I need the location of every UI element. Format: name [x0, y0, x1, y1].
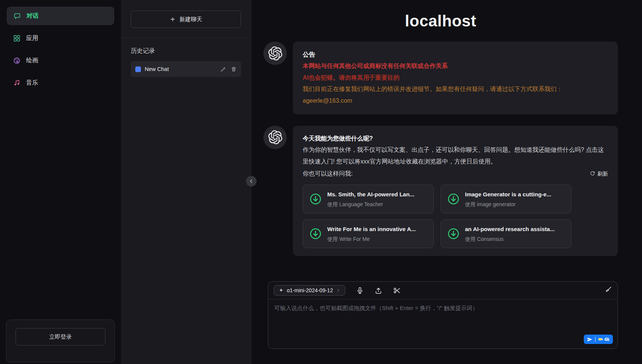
sidebar-item-label: 对话 [26, 12, 39, 20]
app-window: 对话 应用 绘画 [0, 0, 642, 364]
suggestion-text: Write For Me is an innovative A... 使用 Wr… [327, 225, 416, 242]
arrow-down-circle-icon [447, 193, 460, 205]
login-panel: 立即登录 [6, 319, 115, 362]
sidebar-nav: 对话 应用 绘画 [7, 7, 114, 92]
refresh-icon [590, 171, 595, 176]
notice-line-3: 我们目前正在修复我们网站上的错误并改进细节。如果您有任何疑问，请通过以下方式联系… [303, 83, 608, 95]
new-chat-button[interactable]: 新建聊天 [131, 11, 241, 28]
token-label: 4k [604, 337, 610, 342]
chat-title: New Chat [145, 66, 217, 72]
history-header: 历史记录 [131, 47, 241, 55]
message-bubble: 公告 本网站与任何其他公司或商标没有任何关联或合作关系 AI也会犯错。请勿将其用… [293, 42, 618, 114]
microphone-icon[interactable] [356, 287, 364, 295]
suggestion-card[interactable]: Write For Me is an innovative A... 使用 Wr… [303, 219, 434, 248]
sidebar: 对话 应用 绘画 [0, 0, 121, 364]
token-counter: 4k [598, 337, 610, 342]
suggestion-grid: Ms. Smith, the AI-powered Lan... 使用 Lang… [303, 185, 571, 248]
assistant-avatar [263, 42, 287, 65]
openai-logo-icon [268, 46, 282, 60]
composer-toolbar: o1-mini-2024-09-12 [268, 282, 617, 299]
suggestion-title: Ms. Smith, the AI-powered Lan... [327, 191, 414, 198]
suggestion-card[interactable]: Ms. Smith, the AI-powered Lan... 使用 Lang… [303, 185, 434, 213]
scissors-icon[interactable] [393, 287, 401, 295]
ask-label: 你也可以这样问我: [303, 168, 353, 179]
model-selector[interactable]: o1-mini-2024-09-12 [274, 285, 345, 296]
suggestion-subtitle: 使用 Language Teacher [327, 201, 414, 208]
welcome-title: 今天我能为您做些什么呢? [303, 133, 608, 144]
sidebar-item-label: 应用 [26, 34, 38, 42]
music-note-icon [13, 79, 21, 87]
suggestion-card[interactable]: an AI-powered research assista... 使用 Con… [441, 219, 572, 248]
refresh-suggestions-button[interactable]: 刷新 [590, 169, 608, 179]
palette-icon [13, 57, 21, 65]
clear-context-brush-icon [604, 286, 612, 294]
chat-main: localhost 公告 本网站与任何其他公司或商标没有任何关联或合作关系 AI… [251, 0, 642, 364]
suggestion-card[interactable]: Image Generator is a cutting-e... 使用 ima… [441, 185, 572, 213]
model-name: o1-mini-2024-09-12 [287, 287, 333, 293]
suggestion-title: Image Generator is a cutting-e... [465, 191, 551, 198]
divider [595, 337, 596, 342]
assistant-avatar [263, 126, 287, 149]
suggestion-subtitle: 使用 Write For Me [327, 236, 416, 242]
message-input[interactable] [274, 305, 611, 332]
new-chat-label: 新建聊天 [179, 16, 202, 23]
apps-grid-icon [13, 34, 21, 42]
sidebar-item-label: 绘画 [26, 57, 38, 65]
chat-color-swatch [135, 66, 141, 72]
suggestion-subtitle: 使用 Consensus [465, 236, 555, 242]
paper-plane-icon [587, 337, 592, 342]
suggestion-text: Ms. Smith, the AI-powered Lan... 使用 Lang… [327, 191, 414, 208]
edit-pencil-icon[interactable] [220, 66, 226, 72]
suggestion-title: Write For Me is an innovative A... [327, 225, 416, 233]
composer-input-area: 4k [268, 299, 617, 349]
suggestion-text: an AI-powered research assista... 使用 Con… [465, 225, 555, 242]
delete-trash-icon[interactable] [231, 66, 237, 72]
arrow-down-circle-icon [309, 227, 322, 240]
clear-context-button[interactable] [604, 286, 612, 295]
suggestion-title: an AI-powered research assista... [465, 225, 555, 233]
plus-icon [170, 16, 176, 22]
sidebar-item-music[interactable]: 音乐 [7, 74, 114, 92]
send-button[interactable]: 4k [584, 335, 613, 344]
refresh-label: 刷新 [597, 169, 608, 179]
collapse-sidebar-button[interactable] [246, 176, 257, 187]
chevron-left-icon [249, 179, 254, 184]
suggestion-text: Image Generator is a cutting-e... 使用 ima… [465, 191, 551, 208]
login-button[interactable]: 立即登录 [15, 328, 105, 345]
notice-title: 公告 [303, 49, 608, 60]
message-bubble: 今天我能为您做些什么呢? 作为你的智慧伙伴，我不仅可以写文案、出点子，还可以和你… [293, 126, 618, 256]
model-sparkle-icon [278, 288, 284, 293]
chat-row-actions [220, 66, 237, 72]
sidebar-item-chat[interactable]: 对话 [7, 7, 114, 25]
openai-logo-icon [268, 130, 282, 144]
contact-email[interactable]: ageerle@163.com [303, 95, 608, 106]
chat-list-item[interactable]: New Chat [131, 61, 241, 77]
chat-bubble-icon [13, 12, 21, 20]
ask-row: 你也可以这样问我: 刷新 [303, 168, 608, 179]
notice-line-2: AI也会犯错。请勿将其用于重要目的 [303, 72, 608, 83]
composer: o1-mini-2024-09-12 [268, 281, 618, 349]
welcome-body: 作为你的智慧伙伴，我不仅可以写文案、出点子，还可以和你聊天、回答问题。想知道我还… [303, 144, 608, 167]
message-list: 公告 本网站与任何其他公司或商标没有任何关联或合作关系 AI也会犯错。请勿将其用… [263, 30, 618, 275]
upload-icon[interactable] [374, 287, 382, 295]
arrow-down-circle-icon [309, 193, 322, 205]
notice-line-1: 本网站与任何其他公司或商标没有任何关联或合作关系 [303, 60, 608, 72]
sidebar-item-label: 音乐 [26, 79, 38, 87]
chevron-right-icon [336, 288, 340, 293]
sidebar-item-paint[interactable]: 绘画 [7, 51, 114, 69]
divider [121, 38, 251, 38]
page-title: localhost [263, 12, 618, 30]
suggestion-subtitle: 使用 image generator [465, 201, 551, 208]
assistant-message: 今天我能为您做些什么呢? 作为你的智慧伙伴，我不仅可以写文案、出点子，还可以和你… [263, 126, 618, 256]
battery-icon [598, 337, 603, 342]
sidebar-item-apps[interactable]: 应用 [7, 29, 114, 47]
assistant-message: 公告 本网站与任何其他公司或商标没有任何关联或合作关系 AI也会犯错。请勿将其用… [263, 42, 618, 114]
history-panel: 新建聊天 历史记录 New Chat [121, 0, 251, 364]
arrow-down-circle-icon [447, 227, 460, 240]
